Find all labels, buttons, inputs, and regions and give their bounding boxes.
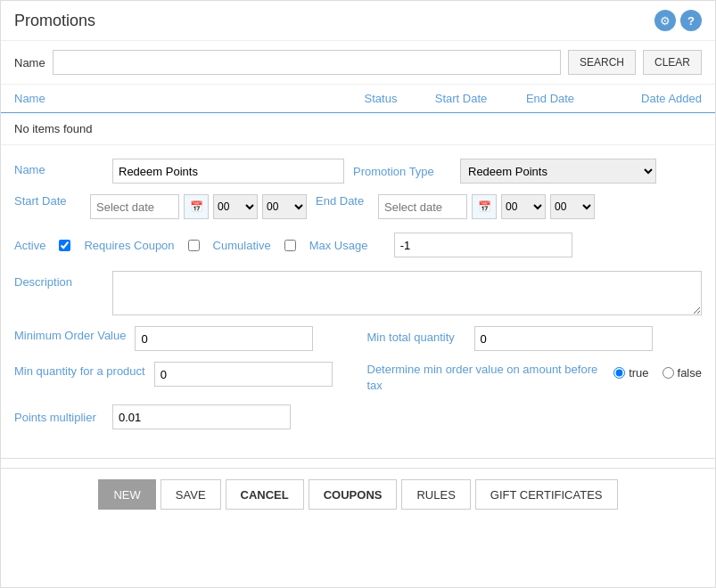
- help-icon[interactable]: ?: [680, 10, 702, 31]
- start-date-calendar-icon[interactable]: 📅: [184, 194, 209, 219]
- min-order-input[interactable]: [135, 326, 313, 351]
- min-total-qty-input[interactable]: [474, 326, 653, 351]
- active-checkbox[interactable]: [59, 240, 70, 251]
- promo-type-select[interactable]: Redeem Points: [460, 159, 656, 184]
- min-qty-product-label: Min quantity for a product: [14, 362, 145, 380]
- save-button[interactable]: SAVE: [160, 479, 221, 510]
- radio-false[interactable]: [663, 367, 674, 379]
- new-button[interactable]: NEW: [98, 479, 155, 510]
- page-title: Promotions: [14, 12, 95, 30]
- end-date-input[interactable]: [378, 194, 467, 219]
- points-multiplier-label: Points multiplier: [14, 408, 103, 426]
- radio-true-label[interactable]: true: [613, 366, 648, 380]
- determine-label: Determine min order value on amount befo…: [367, 362, 605, 394]
- radio-true[interactable]: [613, 367, 625, 379]
- col-header-date-added: Date Added: [595, 92, 702, 105]
- max-usage-label: Max Usage: [309, 239, 381, 252]
- cumulative-checkbox[interactable]: [284, 240, 296, 251]
- col-header-start: Start Date: [416, 92, 506, 105]
- description-textarea[interactable]: [112, 271, 702, 315]
- end-hour-select[interactable]: 00: [501, 194, 546, 219]
- col-header-name: Name: [14, 92, 345, 105]
- no-items-message: No items found: [1, 113, 715, 145]
- start-min-select[interactable]: 00: [262, 194, 307, 219]
- promo-type-label: Promotion Type: [353, 165, 451, 178]
- radio-false-label[interactable]: false: [663, 366, 702, 380]
- min-order-label: Minimum Order Value: [14, 326, 126, 344]
- rules-button[interactable]: RULES: [401, 479, 470, 510]
- start-date-label: Start Date: [14, 194, 81, 208]
- name-label: Name: [14, 159, 103, 176]
- requires-coupon-label: Requires Coupon: [84, 239, 174, 252]
- gift-certificates-button[interactable]: GIFT CERTIFICATES: [475, 479, 618, 510]
- min-total-qty-label: Min total quantity: [367, 326, 465, 344]
- gear-icon[interactable]: ⚙: [654, 10, 676, 31]
- search-name-label: Name: [14, 56, 45, 69]
- search-button[interactable]: SEARCH: [568, 50, 636, 75]
- search-input[interactable]: [53, 50, 561, 75]
- start-date-input[interactable]: [90, 194, 179, 219]
- col-header-status: Status: [345, 92, 416, 105]
- description-label: Description: [14, 271, 103, 289]
- col-header-end: End Date: [506, 92, 595, 105]
- end-min-select[interactable]: 00: [550, 194, 595, 219]
- requires-coupon-checkbox[interactable]: [188, 240, 200, 251]
- cancel-button[interactable]: CANCEL: [226, 479, 304, 510]
- end-date-label: End Date: [316, 194, 369, 208]
- end-date-calendar-icon[interactable]: 📅: [472, 194, 497, 219]
- cumulative-label: Cumulative: [213, 239, 271, 252]
- start-hour-select[interactable]: 00: [213, 194, 258, 219]
- min-qty-product-input[interactable]: [154, 362, 333, 387]
- max-usage-input[interactable]: [394, 233, 572, 257]
- clear-button[interactable]: CLEAR: [643, 50, 702, 75]
- points-multiplier-input[interactable]: [112, 404, 291, 429]
- name-input[interactable]: [112, 159, 344, 184]
- active-label: Active: [14, 239, 45, 252]
- coupons-button[interactable]: COUPONS: [309, 479, 398, 510]
